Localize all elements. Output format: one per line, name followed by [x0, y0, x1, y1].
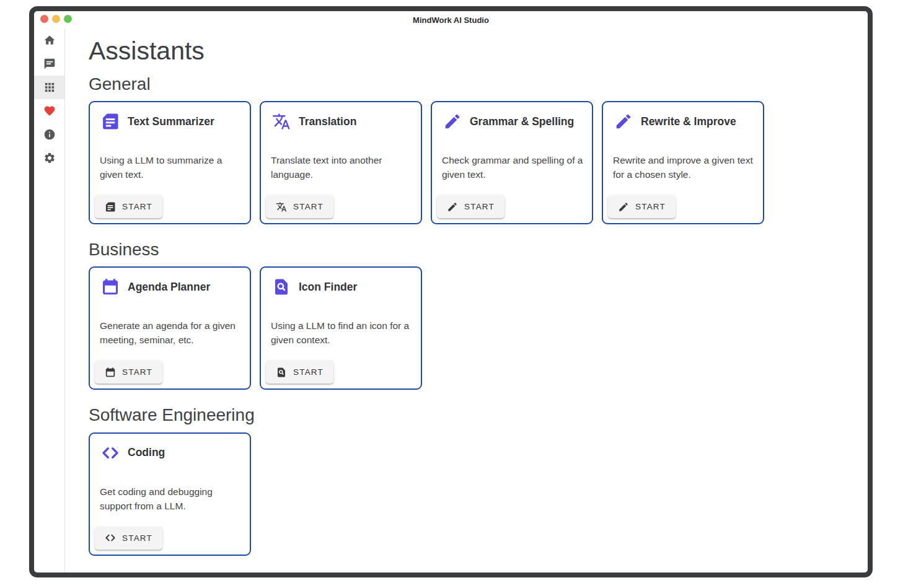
assistant-card-text-summarizer: Text Summarizer Using a LLM to summarize… — [89, 101, 251, 224]
sidebar-item-home[interactable] — [34, 29, 64, 52]
titlebar: MindWork AI Studio — [34, 11, 868, 29]
translate-icon — [272, 112, 291, 131]
edit-icon — [618, 201, 629, 213]
start-button-coding[interactable]: START — [95, 527, 162, 550]
icon-search-icon — [272, 278, 291, 296]
start-button-rewrite-improve[interactable]: START — [608, 195, 676, 218]
edit-icon — [447, 201, 458, 213]
start-button-label: START — [122, 202, 152, 211]
summarize-icon — [105, 201, 116, 213]
card-title: Rewrite & Improve — [641, 115, 736, 128]
card-actions: START — [90, 190, 250, 223]
sidebar — [34, 29, 65, 573]
code-icon — [101, 444, 120, 462]
card-title: Grammar & Spelling — [470, 115, 574, 128]
section-software-engineering: Software Engineering Coding Get coding a… — [89, 405, 853, 555]
start-button-text-summarizer[interactable]: START — [95, 195, 162, 218]
start-button-label: START — [122, 367, 152, 377]
card-actions: START — [90, 522, 250, 555]
card-title: Translation — [299, 115, 356, 128]
main-content: Assistants General Text Summarizer Using… — [65, 29, 868, 573]
section-title: General — [89, 74, 853, 94]
card-row: Agenda Planner Generate an agenda for a … — [89, 266, 853, 390]
assistant-card-icon-finder: Icon Finder Using a LLM to find an icon … — [260, 266, 422, 390]
card-header: Coding — [90, 434, 250, 462]
card-title: Coding — [128, 446, 165, 459]
chat-icon — [43, 58, 56, 70]
card-description: Get coding and debugging support from a … — [100, 485, 241, 513]
page-title: Assistants — [89, 37, 853, 65]
start-button-translation[interactable]: START — [266, 195, 333, 218]
card-actions: START — [90, 356, 250, 388]
assistant-card-grammar-spelling: Grammar & Spelling Check grammar and spe… — [431, 101, 593, 224]
edit-icon — [614, 112, 633, 131]
app-window: MindWork AI Studio Assistants General Te… — [29, 6, 873, 577]
card-actions: START — [603, 190, 763, 223]
info-icon — [43, 128, 56, 141]
window-title: MindWork AI Studio — [413, 15, 489, 25]
minimize-button[interactable] — [52, 15, 60, 23]
start-button-agenda-planner[interactable]: START — [95, 361, 162, 384]
home-icon — [43, 34, 56, 46]
heart-icon — [43, 105, 56, 117]
icon-search-icon — [276, 367, 287, 378]
card-header: Translation — [261, 102, 421, 131]
zoom-button[interactable] — [64, 15, 72, 23]
sidebar-item-assistants[interactable] — [34, 76, 64, 99]
card-title: Text Summarizer — [128, 115, 214, 128]
summarize-icon — [101, 112, 120, 131]
card-row: Text Summarizer Using a LLM to summarize… — [89, 101, 853, 224]
card-header: Agenda Planner — [90, 268, 250, 296]
card-header: Icon Finder — [261, 268, 421, 296]
code-icon — [105, 532, 116, 543]
assistant-card-rewrite-improve: Rewrite & Improve Rewrite and improve a … — [602, 101, 764, 224]
sidebar-item-chats[interactable] — [34, 52, 64, 76]
card-description: Using a LLM to find an icon for a given … — [271, 318, 412, 347]
start-button-label: START — [635, 202, 666, 211]
card-title: Icon Finder — [299, 281, 357, 294]
apps-grid-icon — [43, 81, 56, 94]
translate-icon — [276, 201, 287, 213]
start-button-label: START — [293, 367, 324, 377]
card-actions: START — [432, 190, 592, 223]
assistant-card-coding: Coding Get coding and debugging support … — [89, 432, 251, 556]
assistant-card-translation: Translation Translate text into another … — [260, 101, 422, 224]
section-title: Software Engineering — [89, 405, 853, 425]
section-title: Business — [89, 240, 853, 260]
card-description: Using a LLM to summarize a given text. — [100, 153, 241, 182]
start-button-label: START — [293, 202, 324, 211]
card-title: Agenda Planner — [128, 281, 210, 294]
card-actions: START — [261, 190, 421, 223]
edit-icon — [443, 112, 462, 131]
card-header: Grammar & Spelling — [432, 102, 592, 131]
section-business: Business Agenda Planner Generate an agen… — [89, 240, 853, 390]
calendar-icon — [105, 367, 116, 378]
gear-icon — [43, 152, 56, 164]
sidebar-item-favorites[interactable] — [34, 99, 64, 123]
start-button-icon-finder[interactable]: START — [266, 361, 333, 384]
card-header: Text Summarizer — [90, 102, 250, 131]
card-description: Generate an agenda for a given meeting, … — [100, 318, 241, 347]
sidebar-item-about[interactable] — [34, 123, 64, 146]
assistant-card-agenda-planner: Agenda Planner Generate an agenda for a … — [89, 266, 251, 390]
card-actions: START — [261, 356, 421, 388]
card-header: Rewrite & Improve — [603, 102, 763, 131]
section-general: General Text Summarizer Using a LLM to s… — [89, 74, 853, 224]
start-button-label: START — [122, 533, 152, 543]
start-button-label: START — [464, 202, 495, 211]
traffic-lights — [40, 15, 72, 23]
calendar-icon — [101, 278, 120, 296]
card-description: Check grammar and spelling of a given te… — [442, 153, 583, 182]
start-button-grammar-spelling[interactable]: START — [437, 195, 504, 218]
card-row: Coding Get coding and debugging support … — [89, 432, 853, 556]
card-description: Translate text into another language. — [271, 153, 412, 182]
sidebar-item-settings[interactable] — [34, 146, 64, 170]
card-description: Rewrite and improve a given text for a c… — [613, 153, 754, 182]
close-button[interactable] — [40, 15, 48, 23]
